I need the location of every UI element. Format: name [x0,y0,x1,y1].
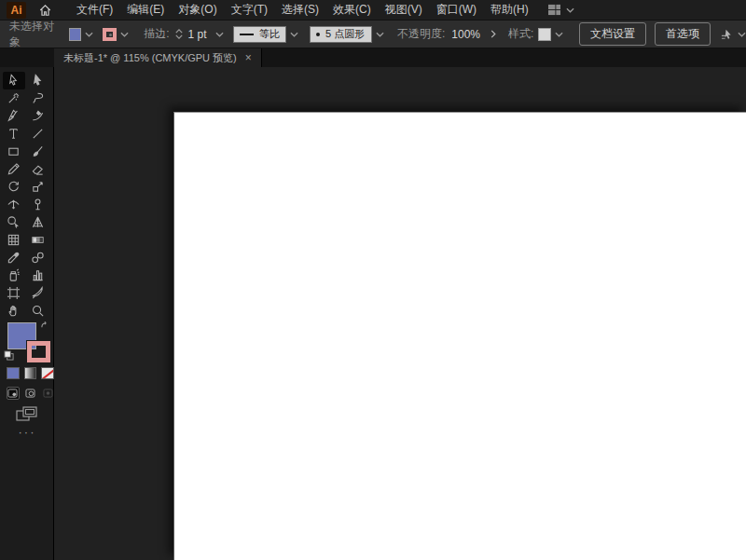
width-profile-dropdown[interactable]: 等比 [233,26,287,43]
paintbrush-icon [31,144,45,158]
menu-item[interactable]: 文字(T) [231,2,268,18]
draw-inside-icon[interactable] [41,387,54,400]
fill-color-swatch[interactable] [69,28,82,41]
menu-item[interactable]: 文件(F) [76,2,113,18]
preferences-button[interactable]: 首选项 [655,22,711,46]
tool-column-graph[interactable] [27,266,49,284]
workspace-switcher[interactable] [547,4,574,16]
select-similar-icon[interactable] [720,28,734,41]
tool-direct-selection[interactable] [27,72,49,89]
tool-line-segment[interactable] [27,125,49,143]
menu-items: 文件(F)编辑(E)对象(O)文字(T)选择(S)效果(C)视图(V)窗口(W)… [76,2,529,18]
tool-rectangle[interactable] [3,143,25,160]
tool-width[interactable] [3,196,25,213]
swap-fill-stroke-icon[interactable] [40,321,50,330]
tool-puppet-warp[interactable] [27,196,49,213]
color-fill-icon[interactable] [7,367,20,379]
stroke-color-swatch[interactable] [103,28,117,41]
tool-shape-builder[interactable] [3,213,25,231]
tool-pencil[interactable] [3,160,25,178]
tool-lasso[interactable] [27,89,49,107]
document-tab-bar: 未标题-1* @ 115% (CMYK/GPU 预览) × [0,48,746,67]
tool-blend[interactable] [27,249,49,266]
gradient-icon [31,233,45,247]
canvas-pasteboard[interactable] [54,67,746,560]
mesh-icon [7,233,21,247]
tool-rotate[interactable] [3,178,25,196]
selection-icon [7,74,21,88]
tool-eyedropper[interactable] [3,249,25,266]
tools-panel: ··· [0,67,54,560]
tool-zoom[interactable] [27,302,49,320]
tool-curvature[interactable] [27,107,49,125]
tool-selection[interactable] [3,72,25,89]
gradient-fill-icon[interactable] [24,367,37,379]
artboard[interactable] [173,112,746,560]
document-setup-button[interactable]: 文档设置 [579,22,646,46]
menu-item[interactable]: 编辑(E) [127,2,164,18]
brush-dropdown[interactable]: 5 点圆形 [310,26,372,43]
tool-mesh[interactable] [3,231,25,249]
eyedropper-icon [7,251,21,265]
tool-scale[interactable] [27,178,49,196]
menu-item[interactable]: 效果(C) [333,2,371,18]
rotate-icon [7,180,21,194]
tool-paintbrush[interactable] [27,143,49,160]
menu-item[interactable]: 帮助(H) [490,2,529,18]
workspace-switcher-icon [547,4,561,16]
chevron-down-icon[interactable] [290,32,298,37]
column-graph-icon [31,268,45,282]
opacity-label: 不透明度: [397,26,445,42]
pen-icon [7,109,21,123]
menu-item[interactable]: 对象(O) [178,2,216,18]
stroke-weight-value[interactable]: 1 pt [188,28,207,41]
stroke-profile-preview [240,34,255,35]
chevron-down-icon[interactable] [555,32,563,37]
tools-grid [0,67,53,320]
tool-slice[interactable] [27,284,49,302]
default-fill-stroke-icon[interactable] [4,350,14,361]
artboard-icon [7,286,21,300]
width-profile-label: 等比 [259,27,280,41]
chevron-down-icon [566,7,574,13]
symbol-sprayer-icon [7,268,21,282]
opacity-panel-arrow-icon[interactable] [490,30,496,38]
perspective-grid-icon [31,215,45,229]
document-tab[interactable]: 未标题-1* @ 115% (CMYK/GPU 预览) × [54,48,262,67]
tool-type[interactable] [3,125,25,143]
chevron-down-icon[interactable] [85,32,93,37]
app-logo-icon[interactable]: Ai [7,2,26,19]
magic-wand-icon [7,91,21,105]
menu-item[interactable]: 视图(V) [385,2,422,18]
tool-perspective-grid[interactable] [27,213,49,231]
stroke-weight-stepper[interactable] [175,29,183,39]
menu-bar: Ai 文件(F)编辑(E)对象(O)文字(T)选择(S)效果(C)视图(V)窗口… [0,0,746,20]
tool-hand[interactable] [3,302,25,320]
menu-item[interactable]: 窗口(W) [436,2,477,18]
color-type-buttons [0,367,54,379]
blend-icon [31,251,45,265]
draw-behind-icon[interactable] [24,387,37,400]
edit-toolbar-button[interactable]: ··· [0,425,54,439]
screen-mode-icon[interactable] [16,406,38,422]
opacity-value[interactable]: 100% [451,28,480,41]
style-swatch[interactable] [538,28,551,41]
chevron-down-icon[interactable] [738,32,746,37]
stroke-color-proxy[interactable] [27,341,50,362]
tool-gradient[interactable] [27,231,49,249]
menu-item[interactable]: 选择(S) [282,2,319,18]
draw-normal-icon[interactable] [7,387,20,400]
tool-pen[interactable] [3,107,25,125]
tool-symbol-sprayer[interactable] [3,266,25,284]
tool-artboard[interactable] [3,284,25,302]
none-fill-icon[interactable] [41,367,54,379]
chevron-down-icon[interactable] [120,32,129,37]
tool-eraser[interactable] [27,160,49,178]
tool-magic-wand[interactable] [3,89,25,107]
tab-close-icon[interactable]: × [245,52,252,63]
chevron-down-icon[interactable] [215,32,224,37]
line-segment-icon [31,127,45,141]
rectangle-icon [7,144,21,158]
chevron-down-icon[interactable] [376,32,384,37]
home-icon[interactable] [38,4,52,17]
